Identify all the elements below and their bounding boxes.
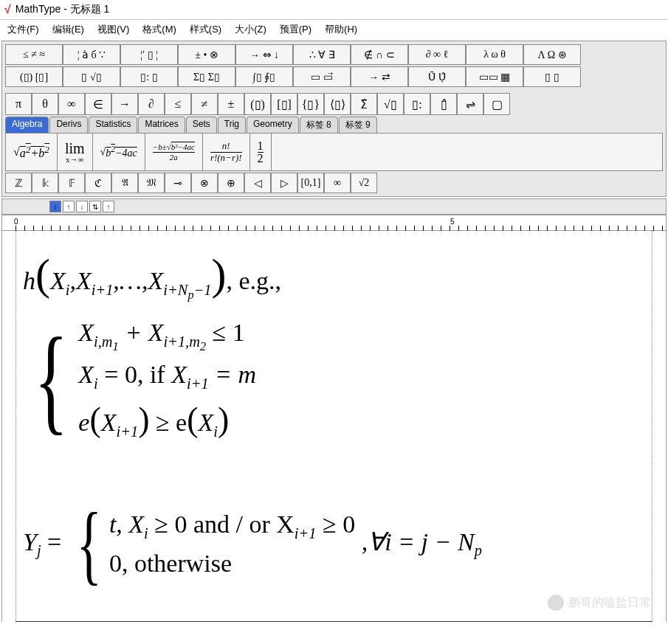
palette-btn[interactable]: ▢	[483, 93, 510, 115]
y-case-1: t, Xi ≥ 0 and / or Xi+1 ≥ 0	[109, 508, 355, 543]
tmpl-half[interactable]: 12	[250, 134, 272, 170]
ruler-button-bar: ↕ ↑ ↓ ⇅ ↑	[1, 198, 667, 215]
category-tab[interactable]: Statistics	[89, 117, 137, 133]
category-tab[interactable]: Matrices	[138, 117, 185, 133]
wechat-icon: ✦	[548, 595, 564, 611]
category-tab[interactable]: Trig	[218, 117, 246, 133]
palette-btn[interactable]: θ	[32, 93, 58, 115]
palette-btn[interactable]: ¦ ȧ б ∵	[63, 44, 120, 65]
palette-btn[interactable]: ◁	[244, 173, 271, 193]
tmpl-limit[interactable]: limx→∞	[58, 134, 93, 170]
category-tab[interactable]: Sets	[186, 117, 217, 133]
menu-format[interactable]: 格式(M)	[142, 23, 176, 36]
menu-presets[interactable]: 预置(P)	[280, 23, 311, 36]
palette-btn[interactable]: Σ̂	[351, 93, 377, 115]
palette-btn[interactable]: ⊗	[191, 173, 218, 193]
palette-btn[interactable]: ⊕	[218, 173, 244, 193]
window-title: MathType - 无标题 1	[16, 3, 110, 16]
palette-btn[interactable]: ±	[218, 93, 244, 115]
palette-btn[interactable]: 𝔄	[111, 173, 138, 193]
palette-btn[interactable]: ▷	[271, 173, 297, 193]
palette-btn[interactable]: [▯]	[271, 93, 297, 115]
palette-btn[interactable]: ℭ	[85, 173, 111, 193]
palette-btn[interactable]: ▭▭ ▦	[466, 66, 523, 87]
eq-cases-block[interactable]: { Xi,m1 + Xi+1,m2 ≤ 1 Xi = 0, if Xi+1 = …	[23, 312, 256, 446]
palette-btn[interactable]: ⊸	[165, 173, 191, 193]
palette-btn[interactable]: ≤ ≠ ≈	[5, 44, 63, 65]
palette-btn[interactable]: ∞	[58, 93, 85, 115]
tmpl-pythag[interactable]: √a2+b2	[6, 134, 58, 170]
menu-edit[interactable]: 编辑(E)	[52, 23, 84, 36]
tmpl-discriminant[interactable]: √b2−4ac	[93, 134, 145, 170]
palette-btn[interactable]: [0,1]	[297, 173, 324, 193]
tab-align-btn-4[interactable]: ⇅	[89, 201, 101, 212]
palette-btn[interactable]: ▯:	[404, 93, 430, 115]
menu-file[interactable]: 文件(F)	[7, 23, 39, 36]
palette-btn[interactable]: √▯	[377, 93, 404, 115]
palette-btn[interactable]: ∫▯ ∮▯	[235, 66, 293, 87]
eq-y-block[interactable]: Yj = { t, Xi ≥ 0 and / or Xi+1 ≥ 0 0, ot…	[23, 504, 482, 585]
bottom-rule	[16, 621, 652, 622]
tmpl-empty[interactable]	[272, 134, 662, 170]
menu-help[interactable]: 帮助(H)	[325, 23, 357, 36]
palette-btn[interactable]: ▭ ▭⃗	[293, 66, 351, 87]
palette-btn[interactable]: → ⇔ ↓	[235, 44, 293, 65]
tab-align-btn-2[interactable]: ↑	[63, 201, 75, 212]
palette-btn[interactable]: ∈	[85, 93, 111, 115]
tmpl-quadratic[interactable]: −b±√b²−4ac2a	[145, 134, 203, 170]
palette-btn[interactable]: ▯ √▯	[63, 66, 120, 87]
palette-btn[interactable]: √2	[351, 173, 377, 193]
palette-btn[interactable]: ℤ	[5, 173, 32, 193]
ruler-mark-0: 0	[14, 218, 18, 226]
palette-btn[interactable]: ¦′ ▯ ¦	[120, 44, 178, 65]
tab-align-btn-1[interactable]: ↕	[49, 201, 61, 212]
palette-btn[interactable]: Λ Ω ⊛	[523, 44, 581, 65]
toolbar-area: ≤ ≠ ≈¦ ȧ б ∵¦′ ▯ ¦± • ⊗→ ⇔ ↓∴ ∀ ∃∉ ∩ ⊂∂ …	[1, 41, 667, 197]
watermark: ✦ 鹏哥的嗑盐日常	[548, 595, 651, 611]
palette-btn[interactable]: (▯)	[244, 93, 271, 115]
palette-btn[interactable]: λ ω θ	[466, 44, 523, 65]
palette-btn[interactable]: ∂	[138, 93, 165, 115]
palette-btn[interactable]: (▯) [▯]	[5, 66, 63, 87]
palette-btn[interactable]: 𝕜	[32, 173, 58, 193]
palette-btn[interactable]: ⟨▯⟩	[324, 93, 351, 115]
palette-btn[interactable]: →	[111, 93, 138, 115]
equation-editor[interactable]: h(Xi,Xi+1,…,Xi+Np−1), e.g., { Xi,m1 + Xi…	[1, 231, 667, 622]
tab-align-btn-5[interactable]: ↑	[103, 201, 114, 212]
template-shelf: √a2+b2 limx→∞ √b2−4ac −b±√b²−4ac2a n!r!(…	[5, 133, 663, 171]
palette-btn[interactable]: ∉ ∩ ⊂	[351, 44, 408, 65]
category-tab[interactable]: Geometry	[247, 117, 299, 133]
palette-btn[interactable]: ▯̂	[430, 93, 457, 115]
palette-btn[interactable]: 𝔽	[58, 173, 85, 193]
category-tab[interactable]: Derivs	[49, 117, 88, 133]
eq-line-1[interactable]: h(Xi,Xi+1,…,Xi+Np−1), e.g.,	[23, 246, 281, 303]
palette-btn[interactable]: ∞	[324, 173, 351, 193]
category-tab[interactable]: Algebra	[5, 117, 49, 133]
palette-btn[interactable]: ≠	[191, 93, 218, 115]
palette-btn[interactable]: Ū̇ Ụ̂	[408, 66, 466, 87]
category-tab[interactable]: 标签 9	[339, 117, 377, 133]
palette-btn[interactable]: {▯}	[297, 93, 324, 115]
menu-view[interactable]: 视图(V)	[97, 23, 129, 36]
palette-btn[interactable]: → ⇄	[351, 66, 408, 87]
template-palette-row-2: (▯) [▯]▯ √▯▯: ▯Σ▯ Σ▯∫▯ ∮▯▭ ▭⃗→ ⇄Ū̇ Ụ̂▭▭ …	[5, 66, 663, 87]
palette-btn[interactable]: ≤	[165, 93, 191, 115]
palette-btn[interactable]: π	[5, 93, 32, 115]
palette-btn[interactable]: ▯: ▯	[120, 66, 178, 87]
tab-align-btn-3[interactable]: ↓	[76, 201, 88, 212]
palette-btn[interactable]: 𝔐	[138, 173, 165, 193]
palette-btn[interactable]: ⇌	[457, 93, 483, 115]
menu-style[interactable]: 样式(S)	[190, 23, 221, 36]
menu-size[interactable]: 大小(Z)	[235, 23, 266, 36]
palette-btn[interactable]: ∴ ∀ ∃	[293, 44, 351, 65]
left-margin-guide	[16, 231, 16, 622]
tmpl-combination[interactable]: n!r!(n−r)!	[203, 134, 250, 170]
palette-btn[interactable]: ∂ ∞ ℓ	[408, 44, 466, 65]
palette-btn[interactable]: Σ▯ Σ▯	[178, 66, 235, 87]
category-tab[interactable]: 标签 8	[300, 117, 338, 133]
case-line-3: e(Xi+1) ≥ e(Xi)	[78, 398, 256, 442]
palette-btn[interactable]: ▯ ▯	[523, 66, 581, 87]
quick-symbol-row: πθ∞∈→∂≤≠±(▯)[▯]{▯}⟨▯⟩Σ̂√▯▯:▯̂⇌▢	[5, 93, 663, 115]
palette-btn[interactable]: ± • ⊗	[178, 44, 235, 65]
horizontal-ruler[interactable]: 0 5	[1, 215, 667, 231]
